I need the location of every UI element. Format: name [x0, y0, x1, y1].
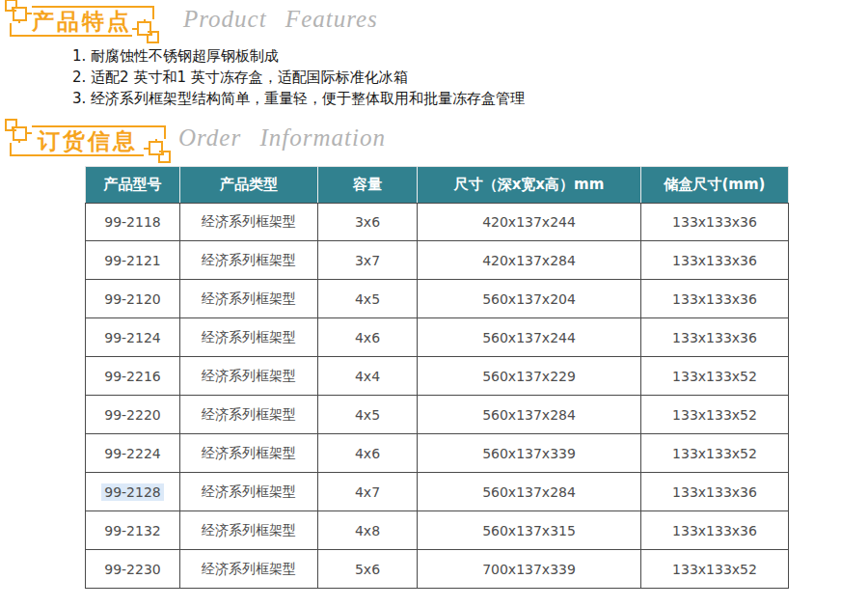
table-row: 99-2132经济系列框架型4x8560x137x315133x133x36: [85, 511, 789, 550]
features-title: 产品特点: [32, 7, 132, 37]
table-cell: 99-2220: [85, 396, 180, 434]
table-cell: 133x133x52: [641, 396, 789, 434]
table-cell: 99-2230: [85, 550, 180, 589]
table-cell: 700x137x339: [418, 550, 641, 589]
table-cell: 560x137x284: [418, 396, 641, 434]
table-cell: 560x137x229: [418, 357, 641, 396]
fret-ornament-icon: [3, 0, 32, 23]
feature-item: 3. 经济系列框架型结构简单，重量轻，便于整体取用和批量冻存盒管理: [72, 88, 525, 109]
table-cell: 560x137x284: [418, 473, 641, 511]
table-cell: 99-2124: [85, 318, 180, 357]
table-cell: 560x137x244: [418, 318, 641, 357]
table-header-cell: 尺寸（深x宽x高）mm: [418, 166, 641, 203]
table-cell: 99-2128: [85, 473, 180, 511]
table-cell: 133x133x36: [641, 280, 789, 318]
table-cell: 4x7: [318, 473, 418, 511]
table-cell: 经济系列框架型: [180, 241, 318, 280]
table-cell: 420x137x244: [418, 203, 641, 241]
order-title-en: Order Information: [178, 124, 386, 152]
table-cell: 133x133x36: [641, 473, 789, 511]
table-cell: 560x137x339: [418, 434, 641, 473]
table-body: 99-2118经济系列框架型3x6420x137x244133x133x3699…: [85, 203, 789, 589]
feature-list: 1. 耐腐蚀性不锈钢超厚钢板制成2. 适配2 英寸和1 英寸冻存盒，适配国际标准…: [72, 45, 525, 109]
table-cell: 经济系列框架型: [180, 473, 318, 511]
table-row: 99-2121经济系列框架型3x7420x137x284133x133x36: [85, 241, 789, 280]
table-cell: 5x6: [318, 550, 418, 589]
table-cell: 4x5: [318, 280, 418, 318]
table-cell: 133x133x52: [641, 434, 789, 473]
table-cell: 4x6: [318, 434, 418, 473]
features-title-badge: 产品特点: [10, 6, 154, 37]
table-header-cell: 储盒尺寸(mm): [641, 166, 789, 203]
table-cell: 99-2118: [85, 203, 180, 241]
table-cell: 4x6: [318, 318, 418, 357]
table-cell: 99-2216: [85, 357, 180, 396]
table-cell: 133x133x36: [641, 241, 789, 280]
table-cell: 99-2224: [85, 434, 180, 473]
table-cell: 133x133x52: [641, 550, 789, 589]
order-title: 订货信息: [38, 126, 138, 156]
table-cell: 420x137x284: [418, 241, 641, 280]
table-header-row: 产品型号产品类型容量尺寸（深x宽x高）mm储盒尺寸(mm): [85, 166, 789, 203]
table-cell: 560x137x204: [418, 280, 641, 318]
selected-text-highlight: 99-2128: [101, 483, 164, 501]
table-row: 99-2230经济系列框架型5x6700x137x339133x133x52: [85, 550, 789, 589]
table-cell: 4x8: [318, 511, 418, 550]
table-cell: 经济系列框架型: [180, 203, 318, 241]
table-cell: 560x137x315: [418, 511, 641, 550]
feature-item: 2. 适配2 英寸和1 英寸冻存盒，适配国际标准化冰箱: [72, 67, 525, 88]
table-cell: 133x133x36: [641, 511, 789, 550]
feature-item: 1. 耐腐蚀性不锈钢超厚钢板制成: [72, 45, 525, 67]
table-cell: 99-2132: [85, 511, 180, 550]
features-title-en: Product Features: [183, 6, 378, 33]
table-cell: 经济系列框架型: [180, 434, 318, 473]
table-row: 99-2216经济系列框架型4x4560x137x229133x133x52: [85, 357, 789, 396]
table-header-cell: 产品型号: [85, 166, 180, 203]
table-row: 99-2128经济系列框架型4x7560x137x284133x133x36: [85, 473, 789, 511]
table-row: 99-2224经济系列框架型4x6560x137x339133x133x52: [85, 434, 789, 473]
table-cell: 4x5: [318, 396, 418, 434]
table-cell: 经济系列框架型: [180, 550, 318, 589]
table-cell: 经济系列框架型: [180, 396, 318, 434]
table-header-cell: 产品类型: [180, 166, 318, 203]
fret-ornament-icon: [3, 117, 32, 143]
table-cell: 99-2121: [85, 241, 180, 280]
table-row: 99-2220经济系列框架型4x5560x137x284133x133x52: [85, 396, 789, 434]
fret-ornament-icon: [144, 139, 173, 165]
order-title-badge: 订货信息: [10, 125, 166, 156]
table-cell: 3x7: [318, 241, 418, 280]
table-cell: 3x6: [318, 203, 418, 241]
order-table: 产品型号产品类型容量尺寸（深x宽x高）mm储盒尺寸(mm) 99-2118经济系…: [85, 166, 789, 589]
table-cell: 经济系列框架型: [180, 357, 318, 396]
table-row: 99-2120经济系列框架型4x5560x137x204133x133x36: [85, 280, 789, 318]
table-cell: 133x133x52: [641, 357, 789, 396]
table-cell: 133x133x36: [641, 203, 789, 241]
table-header-cell: 容量: [318, 166, 418, 203]
page: 产品特点 Product Features 1. 耐腐蚀性不锈钢超厚钢板制成2.…: [0, 0, 868, 607]
fret-ornament-icon: [132, 19, 161, 45]
table-cell: 经济系列框架型: [180, 280, 318, 318]
table-cell: 经济系列框架型: [180, 318, 318, 357]
table-cell: 99-2120: [85, 280, 180, 318]
table-cell: 经济系列框架型: [180, 511, 318, 550]
table-row: 99-2124经济系列框架型4x6560x137x244133x133x36: [85, 318, 789, 357]
table-cell: 4x4: [318, 357, 418, 396]
table-row: 99-2118经济系列框架型3x6420x137x244133x133x36: [85, 203, 789, 241]
table-cell: 133x133x36: [641, 318, 789, 357]
